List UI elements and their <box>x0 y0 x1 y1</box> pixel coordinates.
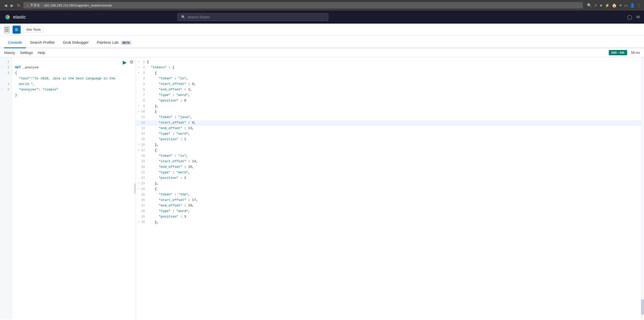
output-text-8: "position" : 0 <box>147 98 639 103</box>
output-linenum-18: 18 <box>138 153 147 159</box>
output-text-3: { <box>147 70 639 76</box>
output-linenum-29: 29 <box>138 214 147 220</box>
history-button[interactable]: History <box>4 50 15 56</box>
input-code[interactable]: GET _analyze { "text":"In 2020, Java is … <box>12 57 136 319</box>
app-nav-bar: ☰ D Dev Tools <box>0 24 644 36</box>
extensions-icon[interactable]: ⚡ <box>605 3 610 8</box>
output-panel[interactable]: ▾1{▾2 "tokens" : [▾3 {4 "token" : "in",5… <box>136 57 641 319</box>
display-icon[interactable]: ▭ <box>624 3 628 8</box>
output-linenum-13: 13 <box>138 126 147 131</box>
svg-point-4 <box>5 16 8 17</box>
output-text-14: "type" : "word", <box>147 131 639 137</box>
output-line-25: 25 "token" : "the", <box>136 192 641 197</box>
output-linenum-10: ▾10 <box>138 109 147 115</box>
user-avatar: D <box>13 26 21 34</box>
output-text-6: "end_offset" : 2, <box>147 87 639 92</box>
output-line-24: ▾24 { <box>136 186 641 192</box>
browser-actions: 🔍 ➚ ★ ⚡ 🏠 ✦ ▭ 👤 ⋮ <box>587 3 641 8</box>
output-line-30: ^30 }, <box>136 220 641 225</box>
news-icon[interactable]: ✉ <box>636 14 640 20</box>
reload-button[interactable]: ↻ <box>16 2 21 9</box>
input-panel[interactable]: 1 ▾2 3 4 ▾5 GET _analyze { "text":"In 20… <box>0 57 136 319</box>
settings-button[interactable]: Settings <box>20 50 33 56</box>
output-text-9: }, <box>147 103 639 109</box>
tab-console[interactable]: Console <box>4 37 26 48</box>
status-badge: 200 - OK <box>609 50 627 55</box>
output-text-10: { <box>147 109 639 115</box>
text-line-1: "text":"In 2020, Java is the best langua… <box>15 77 115 80</box>
output-text-7: "type" : "word", <box>147 92 639 98</box>
zoom-icon[interactable]: 🔍 <box>587 3 592 8</box>
output-linenum-2: ▾2 <box>138 65 147 70</box>
output-line-11: 11 "token" : "java", <box>136 115 641 120</box>
output-linenum-4: 4 <box>138 76 147 81</box>
back-button[interactable]: ◀ <box>3 2 8 9</box>
output-linenum-21: 21 <box>138 170 147 175</box>
panel-resize-handle[interactable]: ⋮ <box>134 183 136 193</box>
forward-button[interactable]: ▶ <box>10 2 15 9</box>
output-line-12: 12 "start_offset" : 9, <box>136 120 641 126</box>
output-linenum-30: ^30 <box>138 220 147 225</box>
get-keyword: GET <box>15 66 21 69</box>
output-line-16: ^16 }, <box>136 142 641 148</box>
hamburger-menu-button[interactable]: ☰ <box>4 26 10 33</box>
address-warning-text: 不安全 <box>30 3 40 8</box>
help-button[interactable]: Help <box>38 50 45 56</box>
output-linenum-20: 20 <box>138 164 147 170</box>
tab-grok-debugger[interactable]: Grok Debugger <box>59 37 93 48</box>
output-line-29: 29 "position" : 3 <box>136 214 641 220</box>
output-linenum-27: 27 <box>138 203 147 208</box>
output-linenum-14: 14 <box>138 131 147 137</box>
output-line-15: 15 "position" : 1 <box>136 137 641 142</box>
output-linenum-19: 19 <box>138 159 147 164</box>
security-warning-icon: △ <box>26 4 29 7</box>
text-line-2: world.", <box>15 82 35 86</box>
address-bar[interactable]: △ 不安全 | 192.168.245.151:5601/app/dev_too… <box>23 2 583 9</box>
output-text-2: "tokens" : [ <box>147 65 639 70</box>
settings-wrench-button[interactable]: ⚙ <box>130 59 134 65</box>
output-text-19: "start_offset" : 14, <box>147 159 639 164</box>
tab-search-profiler[interactable]: Search Profiler <box>26 37 59 48</box>
search-placeholder: Search Elastic <box>187 15 210 19</box>
puzzle-icon[interactable]: ✦ <box>619 3 622 8</box>
output-text-27: "end_offset" : 20, <box>147 203 639 208</box>
output-line-10: ▾10 { <box>136 109 641 115</box>
run-button[interactable]: ▶ <box>123 59 127 65</box>
output-text-24: { <box>147 186 639 192</box>
bookmark-icon[interactable]: ★ <box>599 3 603 8</box>
output-linenum-9: ^9 <box>138 103 147 109</box>
line-numbers: 1 ▾2 3 4 ▾5 <box>0 57 12 319</box>
tab-painless-lab[interactable]: Painless Lab BETA <box>93 37 135 48</box>
output-linenum-23: ^23 <box>138 181 147 186</box>
output-line-19: 19 "start_offset" : 14, <box>136 159 641 164</box>
app-label-button[interactable]: Dev Tools <box>24 26 44 33</box>
output-text-23: }, <box>147 181 639 186</box>
output-line-5: 5 "start_offset" : 0, <box>136 81 641 87</box>
share-icon[interactable]: ➚ <box>594 3 597 8</box>
output-text-13: "end_offset" : 13, <box>147 126 639 131</box>
line-num-3: 3 <box>0 70 12 76</box>
output-text-17: { <box>147 148 639 153</box>
menu-icon[interactable]: ⋮ <box>637 3 641 8</box>
close-brace-1: } <box>15 93 17 97</box>
output-linenum-25: 25 <box>138 192 147 197</box>
url-separator: | <box>42 4 42 7</box>
elastic-logo-icon <box>4 14 11 21</box>
output-linenum-5: 5 <box>138 81 147 87</box>
code-editor: 1 ▾2 3 4 ▾5 GET _analyze { "text":"In 20… <box>0 57 136 319</box>
search-icon: 🔍 <box>181 15 185 19</box>
line-num-2: ▾2 <box>0 65 12 70</box>
beta-badge: BETA <box>121 41 131 45</box>
account-icon[interactable]: 👤 <box>630 3 635 8</box>
output-line-6: 6 "end_offset" : 2, <box>136 87 641 92</box>
output-text-5: "start_offset" : 0, <box>147 81 639 87</box>
editor-area: 1 ▾2 3 4 ▾5 GET _analyze { "text":"In 20… <box>0 57 644 319</box>
output-linenum-17: ▾17 <box>138 148 147 153</box>
elastic-logo[interactable]: elastic <box>4 14 26 21</box>
help-circle-icon[interactable]: ◯ <box>627 14 632 20</box>
minimap <box>641 57 644 319</box>
output-text-1: { <box>147 59 639 65</box>
translate-icon[interactable]: 🏠 <box>612 3 617 8</box>
browser-chrome: ◀ ▶ ↻ △ 不安全 | 192.168.245.151:5601/app/d… <box>0 0 644 11</box>
global-search-bar[interactable]: 🔍 Search Elastic <box>177 13 328 21</box>
